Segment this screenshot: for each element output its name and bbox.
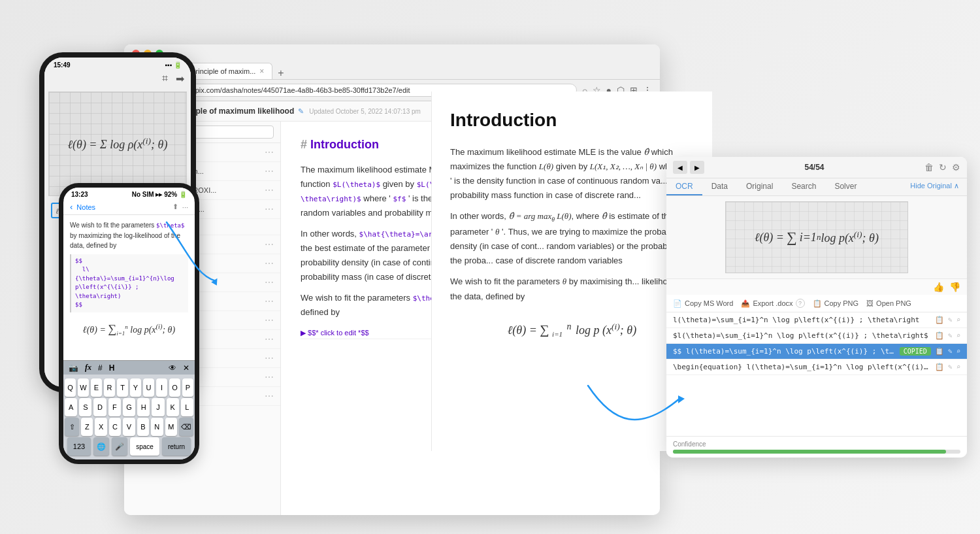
sidebar-item-menu-5[interactable]: ⋯: [265, 239, 274, 250]
sidebar-item-menu-2[interactable]: ⋯: [265, 185, 274, 195]
key-123[interactable]: 123: [67, 437, 91, 456]
thumbs-up-icon[interactable]: 👍: [933, 282, 944, 292]
key-m[interactable]: M: [165, 418, 177, 436]
sidebar-item-menu-6[interactable]: ⋯: [265, 258, 274, 269]
key-s[interactable]: S: [79, 398, 91, 416]
sidebar-item-menu-1[interactable]: ⋯: [265, 166, 274, 176]
sidebar-item-menu-12[interactable]: ⋯: [265, 372, 274, 382]
heading-link[interactable]: Introduction: [310, 138, 379, 151]
open-png-button[interactable]: 🖼 Open PNG: [866, 299, 911, 308]
copy-ms-word-button[interactable]: 📄 Copy MS Word: [673, 299, 733, 308]
key-v[interactable]: V: [123, 418, 135, 436]
kb-close-icon[interactable]: ✕: [183, 363, 189, 373]
key-y[interactable]: Y: [130, 378, 141, 397]
kb-eye-icon[interactable]: 👁: [169, 363, 176, 373]
key-j[interactable]: J: [152, 398, 164, 416]
copy-png-button[interactable]: 📋 Copy PNG: [813, 299, 859, 308]
phone-arrow-icon[interactable]: ➡: [176, 73, 184, 85]
snip-prev-button[interactable]: ◀: [673, 161, 687, 174]
phone-crop-icon[interactable]: ⌗: [162, 73, 168, 85]
key-h[interactable]: H: [137, 398, 150, 416]
snip-refresh-icon[interactable]: ↻: [939, 162, 947, 173]
copy-result-1[interactable]: 📋: [935, 331, 944, 340]
key-n[interactable]: N: [151, 418, 163, 436]
snip-tab-ocr[interactable]: OCR: [666, 178, 702, 195]
snip-result-3[interactable]: \begin{equation} l(\theta)=\sum_{i=1}^n …: [666, 359, 967, 375]
sidebar-item-menu-9[interactable]: ⋯: [265, 315, 274, 325]
doc-updated: Updated October 5, 2022 14:07:13 pm: [309, 108, 421, 115]
sidebar-item-menu-10[interactable]: ⋯: [265, 334, 274, 344]
sidebar-item-menu-0[interactable]: ⋯: [265, 147, 274, 158]
edit-result-3[interactable]: ✎: [948, 363, 953, 371]
snip-result-actions-3: 📋 ✎ ⌕: [935, 363, 960, 371]
sidebar-item-menu-3[interactable]: ⋯: [265, 204, 274, 214]
kb-fx-icon[interactable]: fx: [85, 363, 91, 373]
key-d[interactable]: D: [93, 398, 106, 416]
key-p[interactable]: P: [182, 378, 193, 397]
key-mic[interactable]: 🎤: [112, 437, 127, 456]
key-c[interactable]: C: [109, 418, 121, 436]
close-tab-button[interactable]: ×: [259, 67, 264, 76]
edit-icon[interactable]: ✎: [298, 107, 304, 116]
edit-result-1[interactable]: ✎: [948, 331, 953, 340]
snip-tab-solver[interactable]: Solver: [825, 178, 866, 195]
notes-share-icon[interactable]: ⬆: [172, 203, 178, 211]
key-l[interactable]: L: [181, 398, 193, 416]
snip-tab-original[interactable]: Original: [737, 178, 782, 195]
key-emoji[interactable]: 🌐: [93, 437, 109, 456]
rendered-theta-hat: θ̂: [644, 147, 649, 157]
notes-more-icon[interactable]: ···: [182, 203, 188, 211]
key-space[interactable]: space: [130, 437, 159, 456]
key-e[interactable]: E: [91, 378, 102, 397]
edit-result-0[interactable]: ✎: [948, 316, 953, 324]
snip-tab-search[interactable]: Search: [782, 178, 825, 195]
key-u[interactable]: U: [143, 378, 154, 397]
snip-next-button[interactable]: ▶: [690, 161, 704, 174]
sidebar-item-menu-8[interactable]: ⋯: [265, 296, 274, 307]
edit-result-2[interactable]: ✎: [948, 347, 953, 356]
key-w[interactable]: W: [78, 378, 89, 397]
export-docx-button[interactable]: 📤 Export .docx ?: [741, 299, 804, 308]
sidebar-item-menu-11[interactable]: ⋯: [265, 353, 274, 363]
sidebar-item-menu-7[interactable]: ⋯: [265, 277, 274, 288]
key-g[interactable]: G: [123, 398, 135, 416]
kb-H-icon[interactable]: H: [109, 363, 115, 373]
snip-result-0[interactable]: l(\theta)=\sum_{i=1}^n \log p\left(x^{(i…: [666, 312, 967, 328]
key-r[interactable]: R: [104, 378, 115, 397]
notes-back-button[interactable]: ‹: [70, 202, 73, 212]
snip-tab-data[interactable]: Data: [702, 178, 737, 195]
key-backspace[interactable]: ⌫: [179, 418, 193, 436]
snip-hide-original-button[interactable]: Hide Original ∧: [902, 178, 967, 195]
help-icon[interactable]: ?: [796, 299, 805, 308]
copy-result-0[interactable]: 📋: [935, 316, 944, 324]
phone-notes: 13:23 No SIM ▸▸ 92% 🔋 ‹ Notes ⬆ ··· We w…: [59, 183, 199, 464]
key-f[interactable]: F: [108, 398, 121, 416]
copy-result-2[interactable]: 📋: [935, 347, 944, 356]
key-i[interactable]: I: [156, 378, 167, 397]
snip-tabs: OCR Data Original Search Solver Hide Ori…: [666, 178, 967, 196]
snip-settings-icon[interactable]: ⚙: [952, 162, 960, 173]
kb-hash-icon[interactable]: #: [98, 363, 103, 373]
search-result-0[interactable]: ⌕: [956, 316, 960, 324]
kb-camera-icon[interactable]: 📷: [69, 363, 78, 373]
thumbs-down-icon[interactable]: 👎: [949, 282, 960, 292]
key-b[interactable]: B: [137, 418, 149, 436]
search-result-3[interactable]: ⌕: [956, 363, 960, 371]
key-x[interactable]: X: [95, 418, 106, 436]
new-tab-button[interactable]: +: [274, 67, 287, 79]
snip-result-2[interactable]: $$ l(\theta)=\sum_{i=1}^n \log p\left(x^…: [666, 344, 967, 359]
snip-delete-icon[interactable]: 🗑: [924, 162, 934, 173]
key-a[interactable]: A: [65, 398, 77, 416]
key-q[interactable]: Q: [65, 378, 76, 397]
snip-result-1[interactable]: $l(\theta)=\sum_{i=1}^n \log p\left(x^{(…: [666, 328, 967, 344]
key-t[interactable]: T: [117, 378, 128, 397]
sidebar-item-menu-13[interactable]: ⋯: [265, 391, 274, 401]
key-z[interactable]: Z: [81, 418, 93, 436]
key-shift[interactable]: ⇧: [65, 418, 79, 436]
key-k[interactable]: K: [167, 398, 179, 416]
key-return[interactable]: return: [162, 437, 191, 456]
search-result-1[interactable]: ⌕: [956, 331, 960, 340]
key-o[interactable]: O: [169, 378, 180, 397]
search-result-2[interactable]: ⌕: [956, 347, 960, 356]
copy-result-3[interactable]: 📋: [935, 363, 944, 371]
